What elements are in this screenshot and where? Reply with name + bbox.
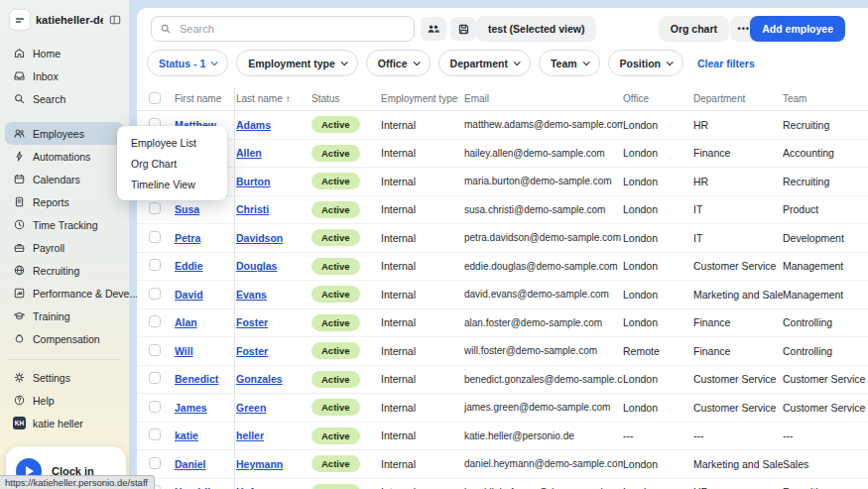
add-employee-button[interactable]: Add employee bbox=[750, 16, 845, 42]
last-name-link[interactable]: Heymann bbox=[236, 458, 283, 470]
sidebar-item-calendars[interactable]: Calendars bbox=[5, 168, 124, 190]
col-employment-type[interactable]: Employment type bbox=[381, 93, 464, 104]
table-row[interactable]: Susa Christi Active Internal susa.christ… bbox=[137, 196, 868, 225]
team-cell: Management bbox=[783, 260, 868, 272]
filter-chip-team[interactable]: Team bbox=[539, 50, 600, 76]
sidebar-item-search[interactable]: Search bbox=[5, 87, 124, 110]
first-name-link[interactable]: Benedict bbox=[175, 373, 218, 385]
first-name-link[interactable]: Susa bbox=[175, 203, 199, 215]
sidebar-item-user[interactable]: KH katie heller bbox=[5, 412, 124, 434]
context-menu-item-timeline-view[interactable]: Timeline View bbox=[117, 174, 227, 194]
col-office[interactable]: Office bbox=[623, 93, 693, 104]
row-checkbox[interactable] bbox=[149, 259, 161, 271]
search-input[interactable] bbox=[178, 22, 406, 36]
last-name-link[interactable]: Evans bbox=[236, 289, 267, 301]
last-name-link[interactable]: Christi bbox=[236, 203, 269, 215]
table-row[interactable]: Alan Foster Active Internal alan.foster@… bbox=[137, 309, 868, 338]
first-name-link[interactable]: Alan bbox=[175, 316, 197, 328]
first-name-link[interactable]: David bbox=[175, 289, 203, 301]
first-name-link[interactable]: James bbox=[175, 402, 207, 414]
table-row[interactable]: David Evans Active Internal david.evans@… bbox=[137, 281, 868, 309]
status-badge: Active bbox=[311, 484, 360, 489]
col-email[interactable]: Email bbox=[464, 93, 623, 104]
table-row[interactable]: Benedict Gonzales Active Internal benedi… bbox=[137, 366, 868, 395]
first-name-link[interactable]: Will bbox=[175, 345, 193, 357]
last-name-link[interactable]: Davidson bbox=[236, 232, 283, 244]
table-row[interactable]: Hailey Allen Active Internal hailey.alle… bbox=[137, 140, 868, 169]
workspace-header[interactable]: katieheller-de... bbox=[0, 0, 129, 38]
context-menu-item-org-chart[interactable]: Org Chart bbox=[117, 153, 227, 174]
workspace-logo-icon bbox=[10, 10, 30, 30]
last-name-link[interactable]: heller bbox=[236, 429, 264, 441]
last-name-link[interactable]: Allen bbox=[236, 147, 262, 159]
col-department[interactable]: Department bbox=[693, 93, 783, 104]
row-checkbox[interactable] bbox=[149, 315, 161, 327]
filter-chip-office[interactable]: Office bbox=[366, 50, 431, 76]
sidebar-item-employees[interactable]: Employees bbox=[5, 122, 124, 145]
first-name-link[interactable]: Eddie bbox=[175, 260, 203, 272]
user-avatar: KH bbox=[13, 417, 26, 429]
col-last-name[interactable]: Last name↑ bbox=[236, 93, 311, 104]
table-row[interactable]: Petra Davidson Active Internal petra.dav… bbox=[137, 224, 868, 253]
sidebar-item-reports[interactable]: Reports bbox=[5, 190, 124, 213]
filter-chip-label: Department bbox=[450, 58, 508, 69]
save-icon[interactable] bbox=[450, 17, 476, 41]
table-row[interactable]: Daniel Heymann Active Internal daniel.he… bbox=[137, 450, 868, 479]
col-first-name[interactable]: First name bbox=[175, 93, 236, 104]
filter-chip-position[interactable]: Position bbox=[608, 50, 683, 76]
row-checkbox[interactable] bbox=[149, 202, 161, 214]
table-row[interactable]: katie heller Active Internal katie.helle… bbox=[137, 423, 868, 451]
sidebar-item-home[interactable]: Home bbox=[5, 42, 124, 64]
department-cell: Finance bbox=[693, 316, 783, 328]
sidebar-item-label: Search bbox=[33, 93, 65, 105]
last-name-link[interactable]: Adams bbox=[236, 119, 271, 131]
email-cell: david.evans@demo-sample.com bbox=[464, 289, 623, 300]
last-name-link[interactable]: Foster bbox=[236, 345, 268, 357]
table-row[interactable]: Will Foster Active Internal will.foster@… bbox=[137, 337, 868, 366]
table-row[interactable]: Maria Burton Active Internal maria.burto… bbox=[137, 168, 868, 196]
row-checkbox[interactable] bbox=[149, 288, 161, 300]
table-row[interactable]: Matthew Adams Active Internal matthew.ad… bbox=[137, 111, 868, 140]
sidebar-item-performance-deve[interactable]: Performance & Deve... bbox=[5, 282, 124, 305]
sidebar-item-payroll[interactable]: Payroll bbox=[5, 236, 124, 259]
last-name-link[interactable]: Green bbox=[236, 402, 266, 414]
training-icon bbox=[13, 309, 26, 322]
row-checkbox[interactable] bbox=[149, 231, 161, 243]
selected-view-button[interactable]: test (Selected view) bbox=[476, 16, 596, 42]
sidebar-item-recruiting[interactable]: Recruiting bbox=[5, 259, 124, 282]
table-row[interactable]: James Green Active Internal james.green@… bbox=[137, 394, 868, 423]
sidebar-item-time-tracking[interactable]: Time Tracking bbox=[5, 213, 124, 236]
col-status[interactable]: Status bbox=[311, 93, 381, 104]
context-menu-item-employee-list[interactable]: Employee List bbox=[117, 132, 227, 153]
filter-chip-department[interactable]: Department bbox=[438, 50, 531, 76]
sidebar-item-help[interactable]: Help bbox=[5, 389, 124, 412]
table-row[interactable]: Hendrik Hofmann Active Internal hendrik.… bbox=[137, 479, 868, 489]
users-icon[interactable] bbox=[421, 17, 446, 41]
filter-chip-employment-type[interactable]: Employment type bbox=[236, 50, 358, 76]
row-checkbox[interactable] bbox=[149, 344, 161, 356]
sidebar-item-inbox[interactable]: Inbox bbox=[5, 64, 124, 87]
panel-toggle-icon[interactable] bbox=[109, 14, 121, 26]
col-team[interactable]: Team bbox=[783, 93, 868, 104]
sidebar-item-settings[interactable]: Settings bbox=[5, 366, 124, 389]
sidebar-item-compensation[interactable]: Compensation bbox=[5, 327, 124, 350]
office-cell: London bbox=[623, 203, 693, 215]
row-checkbox[interactable] bbox=[149, 401, 161, 413]
row-checkbox[interactable] bbox=[149, 372, 161, 384]
select-all-checkbox[interactable] bbox=[149, 92, 161, 104]
first-name-link[interactable]: katie bbox=[175, 429, 198, 441]
first-name-link[interactable]: Petra bbox=[175, 232, 200, 244]
last-name-link[interactable]: Foster bbox=[236, 316, 268, 328]
last-name-link[interactable]: Gonzales bbox=[236, 373, 283, 385]
row-checkbox[interactable] bbox=[149, 457, 161, 469]
org-chart-button[interactable]: Org chart bbox=[659, 16, 729, 42]
sidebar-item-automations[interactable]: Automations bbox=[5, 145, 124, 168]
sidebar-item-training[interactable]: Training bbox=[5, 305, 124, 327]
first-name-link[interactable]: Daniel bbox=[175, 458, 206, 470]
clear-filters-link[interactable]: Clear filters bbox=[697, 58, 755, 69]
filter-chip-status-1[interactable]: Status - 1 bbox=[147, 50, 228, 76]
last-name-link[interactable]: Douglas bbox=[236, 260, 277, 272]
last-name-link[interactable]: Burton bbox=[236, 176, 270, 187]
table-row[interactable]: Eddie Douglas Active Internal eddie.doug… bbox=[137, 253, 868, 282]
row-checkbox[interactable] bbox=[149, 428, 161, 440]
